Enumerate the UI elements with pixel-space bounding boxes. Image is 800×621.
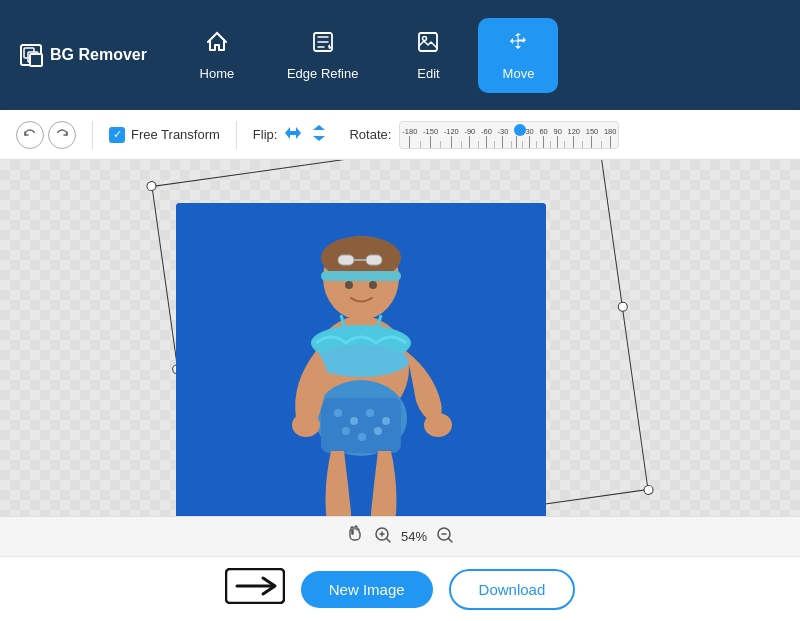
ruler-tick-30-l: 30 [525, 126, 533, 148]
svg-point-17 [313, 345, 409, 377]
move-icon [506, 30, 530, 60]
svg-rect-10 [366, 255, 382, 265]
zoom-control: 54% [345, 524, 455, 549]
toolbar: ✓ Free Transform Flip: Rotate: [0, 110, 800, 160]
subject-image [176, 203, 546, 516]
ruler-tick-150-l: 150 [586, 126, 599, 148]
flip-section: Flip: [253, 123, 330, 147]
flip-horizontal-button[interactable] [283, 123, 303, 147]
svg-rect-0 [24, 48, 34, 58]
svg-point-12 [345, 281, 353, 289]
ruler-tick-150n-l: -150 [423, 126, 438, 148]
free-transform-checkbox[interactable]: ✓ [109, 127, 125, 143]
logo-icon [20, 44, 42, 66]
svg-point-26 [342, 427, 350, 435]
svg-point-30 [424, 413, 452, 437]
ruler-tick-180-l: 180 [604, 126, 617, 148]
redo-button[interactable] [48, 121, 76, 149]
nav-item-edit[interactable]: Edit [388, 18, 468, 93]
rotate-handle[interactable] [514, 124, 526, 136]
ruler-tick-60-l: 60 [539, 126, 547, 148]
rotate-ruler[interactable]: -180 -150 -120 -90 -60 -30 0 30 [399, 121, 619, 149]
action-bar: New Image Download [0, 556, 800, 621]
main-content: ✓ Free Transform Flip: Rotate: [0, 110, 800, 621]
nav-bar: BG Remover Home Edge Refine [0, 0, 800, 110]
svg-point-4 [423, 36, 427, 40]
ruler-tick-90-l: 90 [553, 126, 561, 148]
divider-1 [92, 121, 93, 149]
arrow-icon [225, 568, 285, 611]
divider-2 [236, 121, 237, 149]
hand-tool-button[interactable] [345, 524, 365, 549]
edge-refine-icon [311, 30, 335, 60]
zoom-out-button[interactable] [435, 525, 455, 548]
svg-point-13 [369, 281, 377, 289]
svg-rect-9 [338, 255, 354, 265]
bottom-toolbar: 54% [0, 516, 800, 556]
svg-rect-1 [28, 52, 38, 62]
free-transform-control[interactable]: ✓ Free Transform [109, 127, 220, 143]
home-icon [205, 30, 229, 60]
ruler-tick-60n-l: -60 [481, 126, 492, 148]
new-image-button[interactable]: New Image [301, 571, 433, 608]
subject-svg [176, 203, 546, 516]
svg-point-23 [350, 417, 358, 425]
rotate-section: Rotate: -180 -150 -120 -90 -60 -30 0 [349, 121, 619, 149]
ruler-tick-120-l: 120 [568, 126, 581, 148]
ruler-tick-90n-l: -90 [464, 126, 475, 148]
app-logo: BG Remover [20, 44, 147, 66]
canvas-area[interactable] [0, 160, 800, 516]
svg-rect-3 [419, 33, 437, 51]
history-nav [16, 121, 76, 149]
svg-point-27 [358, 433, 366, 441]
svg-line-36 [386, 539, 390, 543]
nav-item-edge-refine[interactable]: Edge Refine [267, 18, 379, 93]
svg-rect-21 [321, 398, 401, 453]
zoom-in-button[interactable] [373, 525, 393, 548]
ruler-tick-120n-l: -120 [444, 126, 459, 148]
svg-rect-8 [321, 271, 401, 281]
edit-icon [416, 30, 440, 60]
svg-point-29 [292, 413, 320, 437]
nav-item-move[interactable]: Move [478, 18, 558, 93]
svg-line-39 [449, 539, 453, 543]
ruler-tick-30n-l: -30 [498, 126, 509, 148]
download-button[interactable]: Download [449, 569, 576, 610]
zoom-level-label: 54% [401, 529, 427, 544]
svg-point-22 [334, 409, 342, 417]
svg-point-28 [374, 427, 382, 435]
ruler-tick-180n: -180 [402, 126, 417, 148]
nav-item-home[interactable]: Home [177, 18, 257, 93]
svg-point-24 [366, 409, 374, 417]
undo-button[interactable] [16, 121, 44, 149]
svg-point-25 [382, 417, 390, 425]
flip-vertical-button[interactable] [309, 123, 329, 147]
